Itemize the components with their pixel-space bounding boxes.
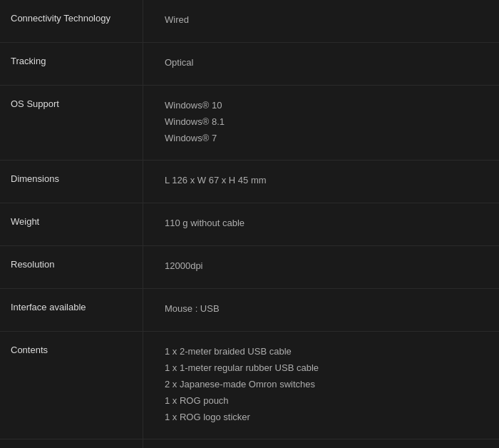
spec-value-line: 12000dpi	[165, 259, 485, 274]
spec-row-weight: Weight110 g without cable	[0, 203, 499, 246]
spec-row-tracking: TrackingOptical	[0, 43, 499, 86]
spec-value-line: L 126 x W 67 x H 45 mm	[165, 173, 485, 188]
spec-row-interface: Interface availableMouse : USB	[0, 289, 499, 332]
spec-value-os-support: Windows® 10Windows® 8.1Windows® 7	[143, 86, 499, 160]
spec-value-line: 2 x Japanese-made Omron switches	[165, 377, 485, 392]
spec-value-resolution: 12000dpi	[143, 246, 499, 288]
spec-row-resolution: Resolution12000dpi	[0, 246, 499, 289]
spec-container: Connectivity TechnologyWiredTrackingOpti…	[0, 0, 499, 448]
spec-row-note: NoteCompatible switch list for ROG switc…	[0, 439, 499, 448]
spec-label-os-support: OS Support	[0, 86, 143, 160]
spec-label-tracking: Tracking	[0, 43, 143, 85]
spec-row-connectivity: Connectivity TechnologyWired	[0, 0, 499, 43]
spec-label-resolution: Resolution	[0, 246, 143, 288]
spec-value-tracking: Optical	[143, 43, 499, 85]
spec-value-line: Mouse : USB	[165, 302, 485, 317]
spec-value-interface: Mouse : USB	[143, 289, 499, 331]
spec-label-contents: Contents	[0, 332, 143, 439]
spec-value-dimensions: L 126 x W 67 x H 45 mm	[143, 161, 499, 203]
spec-value-contents: 1 x 2-meter braided USB cable1 x 1-meter…	[143, 332, 499, 439]
spec-row-dimensions: DimensionsL 126 x W 67 x H 45 mm	[0, 161, 499, 203]
spec-label-note: Note	[0, 439, 143, 448]
spec-value-line: Wired	[165, 13, 485, 28]
spec-value-line: 1 x ROG logo sticker	[165, 410, 485, 425]
spec-value-line: Optical	[165, 56, 485, 71]
spec-value-line: 1 x ROG pouch	[165, 394, 485, 409]
spec-label-weight: Weight	[0, 203, 143, 245]
spec-value-connectivity: Wired	[143, 0, 499, 42]
spec-value-line: Windows® 7	[165, 131, 485, 146]
spec-value-weight: 110 g without cable	[143, 203, 499, 245]
spec-value-line: Windows® 8.1	[165, 115, 485, 130]
spec-value-line: Windows® 10	[165, 98, 485, 113]
spec-value-line: 110 g without cable	[165, 216, 485, 231]
spec-row-os-support: OS SupportWindows® 10Windows® 8.1Windows…	[0, 86, 499, 161]
spec-label-interface: Interface available	[0, 289, 143, 331]
spec-value-note: Compatible switch list for ROG switch so…	[143, 439, 499, 448]
spec-value-line: 1 x 1-meter regular rubber USB cable	[165, 361, 485, 376]
spec-row-contents: Contents1 x 2-meter braided USB cable1 x…	[0, 332, 499, 439]
spec-value-line: 1 x 2-meter braided USB cable	[165, 345, 485, 360]
spec-label-connectivity: Connectivity Technology	[0, 0, 143, 42]
spec-label-dimensions: Dimensions	[0, 161, 143, 203]
